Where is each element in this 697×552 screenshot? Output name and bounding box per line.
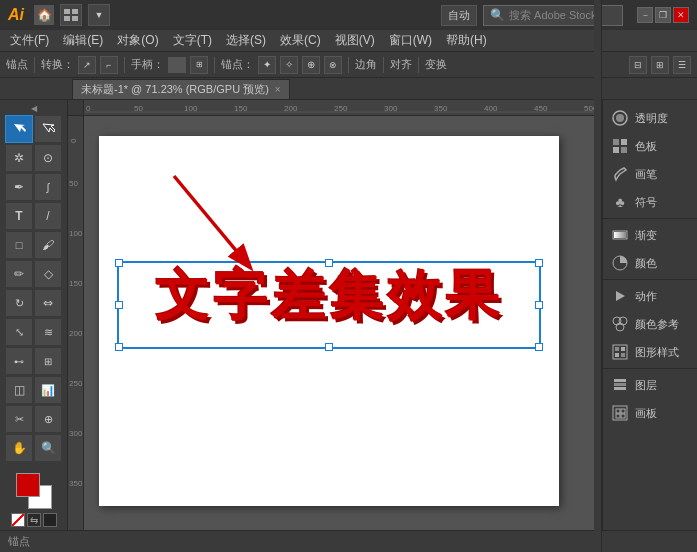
hand-tool[interactable]: ✋: [5, 434, 33, 462]
menu-object[interactable]: 对象(O): [111, 30, 164, 51]
svg-rect-31: [621, 139, 627, 145]
panel-graphic-styles[interactable]: 图形样式: [603, 338, 697, 366]
panel-gradient[interactable]: 渐变: [603, 221, 697, 249]
search-box[interactable]: 🔍 搜索 Adobe Stock: [483, 5, 623, 26]
anchor-edit-3[interactable]: ⊕: [302, 56, 320, 74]
chart-tool[interactable]: 📊: [34, 376, 62, 404]
layout-icon[interactable]: [60, 4, 82, 26]
menu-view[interactable]: 视图(V): [329, 30, 381, 51]
transform-icon-1[interactable]: ⊟: [629, 56, 647, 74]
anchor-edit-4[interactable]: ⊗: [324, 56, 342, 74]
app-window: Ai 🏠 ▼ 自动 🔍 搜索 Adobe Stock － ❐ ✕ 文件(F) 编…: [0, 0, 697, 552]
anchor-status-label: 锚点: [8, 534, 30, 549]
mirror-tool[interactable]: ⇔: [34, 289, 62, 317]
collapse-arrow-top[interactable]: ◀: [31, 104, 37, 113]
rotate-tool[interactable]: ↻: [5, 289, 33, 317]
menu-select[interactable]: 选择(S): [220, 30, 272, 51]
line-tool[interactable]: /: [34, 202, 62, 230]
panel-layers[interactable]: 图层: [603, 371, 697, 399]
menu-edit[interactable]: 编辑(E): [57, 30, 109, 51]
restore-button[interactable]: ❐: [655, 7, 671, 23]
minimize-button[interactable]: －: [637, 7, 653, 23]
tab-label: 未标题-1* @ 71.23% (RGB/GPU 预览): [81, 82, 269, 97]
scale-tool[interactable]: ⤡: [5, 318, 33, 346]
type-tool[interactable]: T: [5, 202, 33, 230]
anchor-edit-1[interactable]: ✦: [258, 56, 276, 74]
eraser-tool[interactable]: ◇: [34, 260, 62, 288]
transform-icon-2[interactable]: ⊞: [651, 56, 669, 74]
toolbar-sep-1: [34, 57, 35, 73]
slice-tool[interactable]: ✂: [5, 405, 33, 433]
tool-row-7: ↻ ⇔: [5, 289, 62, 317]
menu-help[interactable]: 帮助(H): [440, 30, 493, 51]
direct-select-tool[interactable]: [34, 115, 62, 143]
panel-color-guide[interactable]: 颜色参考: [603, 310, 697, 338]
right-panel: 透明度 色板 画笔 ♣ 符号: [602, 100, 697, 530]
svg-text:200: 200: [69, 329, 83, 338]
swap-colors[interactable]: ⇆: [27, 513, 41, 527]
anchor-edit-2[interactable]: ✧: [280, 56, 298, 74]
tool-row-4: T /: [5, 202, 62, 230]
svg-text:450: 450: [534, 104, 548, 113]
svg-rect-44: [615, 353, 619, 357]
tools-panel: ◀ ✲ ⊙ ✒ ∫ T: [0, 100, 68, 530]
color-guide-label: 颜色参考: [635, 317, 679, 332]
menu-effect[interactable]: 效果(C): [274, 30, 327, 51]
toolbar-menu[interactable]: ☰: [673, 56, 691, 74]
shapebuilder-tool[interactable]: ⊞: [34, 347, 62, 375]
anchor2-label: 锚点：: [221, 57, 254, 72]
svg-text:150: 150: [69, 279, 83, 288]
panel-color[interactable]: 颜色: [603, 249, 697, 277]
magic-wand-tool[interactable]: ✲: [5, 144, 33, 172]
handle-label: 手柄：: [131, 57, 164, 72]
search-icon: 🔍: [490, 8, 505, 22]
selection-tool[interactable]: [5, 115, 33, 143]
svg-rect-50: [616, 409, 620, 413]
canvas-main[interactable]: 文字差集效果: [84, 116, 602, 530]
menu-window[interactable]: 窗口(W): [383, 30, 438, 51]
tool-row-5: □ 🖌: [5, 231, 62, 259]
close-button[interactable]: ✕: [673, 7, 689, 23]
anchor-tool-2[interactable]: ⌐: [100, 56, 118, 74]
window-controls: － ❐ ✕: [637, 7, 689, 23]
foreground-color[interactable]: [16, 473, 40, 497]
pencil-tool[interactable]: ✏: [5, 260, 33, 288]
anchor-tool-1[interactable]: ↗: [78, 56, 96, 74]
zoom-tool[interactable]: 🔍: [34, 434, 62, 462]
anchor-label: 锚点: [6, 57, 28, 72]
panel-swatches[interactable]: 色板: [603, 132, 697, 160]
curvature-tool[interactable]: ∫: [34, 173, 62, 201]
width-tool[interactable]: ⊷: [5, 347, 33, 375]
panel-brushes[interactable]: 画笔: [603, 160, 697, 188]
svg-rect-53: [621, 414, 625, 418]
black-color[interactable]: [43, 513, 57, 527]
handle-btn-2[interactable]: ⊞: [190, 56, 208, 74]
lasso-tool[interactable]: ⊙: [34, 144, 62, 172]
svg-text:400: 400: [484, 104, 498, 113]
warp-tool[interactable]: ≋: [34, 318, 62, 346]
document-tab[interactable]: 未标题-1* @ 71.23% (RGB/GPU 预览) ×: [72, 79, 290, 99]
panel-symbols[interactable]: ♣ 符号: [603, 188, 697, 216]
panel-actions[interactable]: 动作: [603, 282, 697, 310]
menu-text[interactable]: 文字(T): [167, 30, 218, 51]
tab-close-button[interactable]: ×: [275, 84, 281, 95]
home-icon[interactable]: 🏠: [34, 5, 54, 25]
gradient-tool[interactable]: ◫: [5, 376, 33, 404]
paintbrush-tool[interactable]: 🖌: [34, 231, 62, 259]
panel-transparency[interactable]: 透明度: [603, 104, 697, 132]
eyedropper-tool[interactable]: ⊕: [34, 405, 62, 433]
svg-rect-1: [72, 9, 78, 14]
color-area: ⇆: [7, 469, 61, 530]
tool-row-3: ✒ ∫: [5, 173, 62, 201]
none-color[interactable]: [11, 513, 25, 527]
rect-tool[interactable]: □: [5, 231, 33, 259]
menu-file[interactable]: 文件(F): [4, 30, 55, 51]
canvas-area: 0 50 100 150 200 250 300 350 400 450 500…: [68, 100, 602, 530]
panel-artboards[interactable]: 画板: [603, 399, 697, 427]
handle-btn-active[interactable]: [168, 57, 186, 73]
dropdown-icon[interactable]: ▼: [88, 4, 110, 26]
handle-bl: [115, 343, 123, 351]
auto-mode[interactable]: 自动: [441, 5, 477, 26]
pen-tool[interactable]: ✒: [5, 173, 33, 201]
artboards-label: 画板: [635, 406, 657, 421]
